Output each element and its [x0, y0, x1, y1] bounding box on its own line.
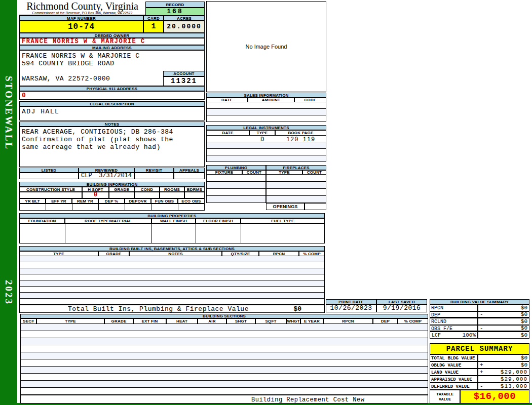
roof-type-label: ROOF TYPE/MATERIAL: [65, 218, 151, 223]
bvs-value-dep: -$0: [478, 311, 529, 318]
ps-amount: $29,000: [501, 369, 527, 375]
bvs-amount: $0: [521, 325, 527, 331]
last-saved-label: LAST SAVED: [376, 299, 427, 304]
fuel-type-label: FUEL TYPE: [241, 218, 325, 223]
notes-box: REAR ACERAGE, CONTIGIOUS; DB 286-384 Con…: [19, 127, 205, 167]
fixture-count-label: COUNT: [242, 170, 266, 175]
fireplace-row: [266, 175, 326, 182]
cond-value: [134, 192, 160, 198]
li-bookpage-label: BOOK PAGE: [275, 130, 326, 136]
legal-instrument-row: [206, 155, 326, 162]
bi-type-label: TYPE: [19, 251, 98, 256]
bi-comp-label: % COMP: [299, 251, 325, 256]
account-label: ACCOUNT: [163, 71, 205, 76]
county-title: Richmond County, Virginia: [19, 1, 145, 11]
ps-op: -: [480, 383, 483, 389]
bs-rpcn-label: RPCN: [323, 318, 373, 324]
appeals-label: APPEALS: [174, 168, 205, 173]
revisit-value: [134, 173, 174, 179]
physical-address-value: 0: [19, 91, 205, 100]
building-section-row: [20, 352, 428, 359]
bvs-label-dep: DEP: [430, 311, 478, 318]
sales-row: [206, 102, 326, 109]
effyr-label: EFF YR: [46, 198, 72, 204]
building-section-row: [20, 388, 428, 395]
address-line-2: 594 COUNTY BRIDGE ROAD: [22, 60, 202, 67]
ps-value-land: +$29,000: [478, 369, 529, 376]
bvs-lcf-pct: 100%: [463, 332, 476, 338]
reviewed-by: CLP: [81, 173, 92, 179]
built-ins-row: [19, 280, 325, 287]
ps-amount: $29,000: [501, 376, 527, 382]
legal-instrument-row: [206, 149, 326, 155]
building-section-row: [20, 324, 428, 331]
county-title-block: Richmond County, Virginia Commissioner o…: [19, 1, 145, 16]
legal-description-value: ADJ HALL: [19, 106, 205, 120]
bvs-op: -: [480, 325, 483, 331]
construction-style-label: CONSTRUCTION STYLE: [19, 187, 82, 192]
bvs-label-lcf: LCF100%: [430, 332, 478, 339]
floor-finish-label: FLOOR FINISH: [196, 218, 241, 223]
legal-instruments-title: LEGAL INSTRUMENTS: [206, 125, 326, 130]
bvs-value-rpcn: $0: [478, 304, 529, 311]
bs-grade-label: GRADE: [104, 318, 133, 324]
wall-finish-label: WALL FINISH: [151, 218, 196, 223]
openings-label: OPENINGS: [266, 203, 305, 210]
building-sections-title: BUILDING SECTIONS: [20, 314, 428, 318]
deeded-owner-value: FRANCE NORRIS W & MARJORIE C: [19, 38, 205, 45]
bvs-value-lcf: $0: [478, 332, 529, 339]
li-type-label: TYPE: [249, 130, 275, 136]
yrblt-label: YR BLT: [19, 198, 46, 204]
ps-value-appraised: $29,000: [478, 376, 529, 383]
built-ins-row: [19, 262, 325, 268]
last-saved-value: 9/19/2016: [376, 304, 427, 312]
bs-type-label: TYPE: [36, 318, 104, 324]
fireplace-row: [266, 189, 326, 196]
bs-comp-label: % COMP: [398, 318, 428, 324]
bvs-amount: $0: [521, 332, 527, 338]
county-subtitle: Commissioner of the Revenue, PO Box 366,…: [19, 11, 145, 15]
record-value: 168: [145, 8, 205, 16]
revisit-label: REVISIT: [134, 168, 174, 173]
ps-amount: $13,000: [501, 383, 527, 389]
ps-value-obldg: +$0: [478, 361, 529, 369]
ps-op: +: [480, 369, 483, 375]
print-date-label: PRINT DATE: [326, 299, 376, 304]
rooms-label: ROOMS: [160, 187, 184, 192]
built-ins-row: [19, 274, 325, 280]
bvs-lcf-label: LCF: [432, 333, 441, 338]
legal-instrument-row: [206, 142, 326, 149]
grade-label: GRADE: [109, 187, 134, 192]
listed-value: [19, 173, 79, 179]
fireplace-row: [266, 182, 326, 189]
building-properties-values: [19, 223, 325, 244]
bi-grade-label: GRADE: [98, 251, 129, 256]
built-ins-total-value: $0: [293, 305, 301, 313]
property-record-card: { "sidebar": { "district": "STONEWALL", …: [0, 0, 532, 405]
rooms-value: [160, 192, 184, 198]
fireplace-count-label: COUNT: [302, 170, 326, 175]
building-section-row: [20, 345, 428, 352]
ps-value-deferred: -$13,000: [478, 383, 529, 390]
fireplace-row: [266, 196, 326, 203]
account-value: 11321: [163, 76, 205, 86]
map-number-label: MAP NUMBER: [19, 16, 143, 21]
bvs-label-rpcn: RPCN: [430, 304, 478, 311]
cond-label: COND: [134, 187, 160, 192]
tax-year: 2023: [3, 280, 14, 305]
bi-notes-label: NOTES: [129, 251, 222, 256]
ps-label-obldg: OBLDG VALUE: [430, 361, 478, 369]
building-information-title: BUILDING INFORMATION: [19, 182, 205, 187]
bvs-label-obs: OBS F/E: [430, 325, 478, 332]
card-label: CARD: [143, 16, 164, 21]
foundation-label: FOUNDATION: [19, 218, 65, 223]
openings-value: [305, 203, 326, 210]
bdrms-label: BDRMS: [184, 187, 205, 192]
plumbing-row: [206, 189, 266, 196]
built-ins-title: BUILDING BUILT INS, BASEMENTS, ATTICS & …: [19, 246, 325, 251]
taxable-value-amount: $16,000: [460, 390, 529, 403]
ps-label-totalbldg: TOTAL BLDG VALUE: [430, 354, 478, 361]
physical-address-label: PHYSICAL 911 ADDRESS: [19, 86, 205, 91]
deppct-label: DEP %: [98, 198, 125, 204]
li-date-label: DATE: [206, 130, 249, 136]
